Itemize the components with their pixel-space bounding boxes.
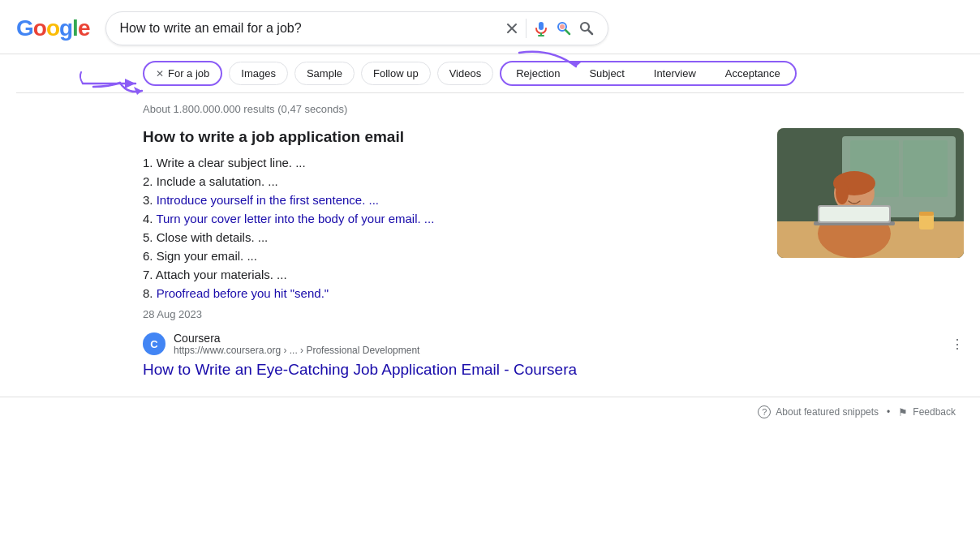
chip-sample[interactable]: Sample xyxy=(294,62,355,85)
chips-row: ✕ For a job Images Sample Follow up Vide… xyxy=(0,54,980,92)
chip-acceptance-label: Acceptance xyxy=(725,67,780,79)
list-item: 3. Introduce yourself in the first sente… xyxy=(143,193,761,207)
svg-rect-16 xyxy=(903,140,948,197)
chip-interview[interactable]: Interview xyxy=(643,62,707,84)
list-item: 7. Attach your materials. ... xyxy=(143,268,761,281)
chip-subject[interactable]: Subject xyxy=(578,62,635,84)
lens-button[interactable] xyxy=(556,20,572,36)
list-item: 6. Sign your email. ... xyxy=(143,249,761,263)
list-item: 8. Proofread before you hit "send." xyxy=(143,286,761,300)
chip-for-a-job[interactable]: ✕ For a job xyxy=(143,61,222,86)
svg-point-21 xyxy=(836,182,849,204)
chip-sample-label: Sample xyxy=(307,67,342,79)
about-snippets-link[interactable]: About featured snippets xyxy=(776,406,879,418)
chip-follow-up-label: Follow up xyxy=(373,67,419,79)
chip-images[interactable]: Images xyxy=(229,62,288,85)
chip-acceptance[interactable]: Acceptance xyxy=(714,62,792,84)
chip-videos-label: Videos xyxy=(449,67,482,79)
svg-line-9 xyxy=(588,30,592,34)
google-logo: Google xyxy=(16,15,89,41)
featured-snippet: How to write a job application email 1. … xyxy=(143,128,964,332)
snippet-list: 1. Write a clear subject line. ... 2. In… xyxy=(143,156,761,300)
chip-x-icon: ✕ xyxy=(156,68,164,79)
chip-interview-label: Interview xyxy=(654,67,696,79)
svg-point-6 xyxy=(560,24,565,29)
search-icon xyxy=(578,20,595,36)
search-bar-wrap: How to write an email for a job? xyxy=(105,11,608,45)
search-bar: How to write an email for a job? xyxy=(105,11,608,45)
chip-subject-label: Subject xyxy=(589,67,624,79)
chips-section: ✕ For a job Images Sample Follow up Vide… xyxy=(0,54,980,92)
source-icon-letter: C xyxy=(150,338,157,350)
feedback-link[interactable]: Feedback xyxy=(913,406,956,418)
snippet-date: 28 Aug 2023 xyxy=(143,308,761,320)
rejection-group-box: Rejection Subject Interview Acceptance xyxy=(500,61,797,86)
divider xyxy=(526,19,527,38)
dot-separator: • xyxy=(887,406,890,418)
person-laptop-image xyxy=(777,128,964,258)
results-count: About 1.800.000.000 results (0,47 second… xyxy=(143,103,964,115)
list-item: 5. Close with details. ... xyxy=(143,230,761,244)
search-bar-icons xyxy=(505,19,595,38)
chip-for-a-job-label: For a job xyxy=(168,67,209,79)
source-name: Coursera xyxy=(174,332,419,345)
help-icon: ? xyxy=(758,405,771,418)
microphone-icon xyxy=(533,20,549,36)
lens-icon xyxy=(556,20,572,36)
source-url: https://www.coursera.org › ... › Profess… xyxy=(174,345,419,356)
search-query-text: How to write an email for a job? xyxy=(119,21,496,36)
list-item: 1. Write a clear subject line. ... xyxy=(143,156,761,169)
svg-line-7 xyxy=(565,30,570,34)
clear-button[interactable] xyxy=(505,21,519,36)
chip-rejection-label: Rejection xyxy=(516,67,560,79)
snippet-image xyxy=(777,128,964,258)
svg-rect-26 xyxy=(919,212,934,216)
svg-rect-24 xyxy=(819,207,889,221)
chip-for-a-job-wrapper: ✕ For a job xyxy=(143,61,222,86)
list-item: 2. Include a salutation. ... xyxy=(143,174,761,188)
footer-bar: ? About featured snippets • ⚑ Feedback xyxy=(0,397,980,427)
voice-search-button[interactable] xyxy=(533,20,549,36)
source-more-button[interactable]: ⋮ xyxy=(951,337,964,352)
snippet-title: How to write a job application email xyxy=(143,128,761,146)
chip-images-label: Images xyxy=(241,67,276,79)
search-button[interactable] xyxy=(578,20,595,36)
main-content: About 1.800.000.000 results (0,47 second… xyxy=(0,93,980,388)
chip-rejection[interactable]: Rejection xyxy=(505,62,571,84)
header: Google How to write an email for a job? xyxy=(0,0,980,54)
chip-follow-up[interactable]: Follow up xyxy=(361,62,431,85)
source-icon: C xyxy=(143,332,165,355)
svg-rect-2 xyxy=(539,22,544,30)
flag-icon: ⚑ xyxy=(898,406,908,418)
snippet-left: How to write a job application email 1. … xyxy=(143,128,761,332)
source-row: C Coursera https://www.coursera.org › ..… xyxy=(143,332,964,356)
source-info: Coursera https://www.coursera.org › ... … xyxy=(174,332,419,356)
list-item: 4. Turn your cover letter into the body … xyxy=(143,212,761,225)
clear-icon xyxy=(505,21,519,36)
result-link[interactable]: How to Write an Eye-Catching Job Applica… xyxy=(143,361,577,378)
chip-videos[interactable]: Videos xyxy=(437,62,494,85)
